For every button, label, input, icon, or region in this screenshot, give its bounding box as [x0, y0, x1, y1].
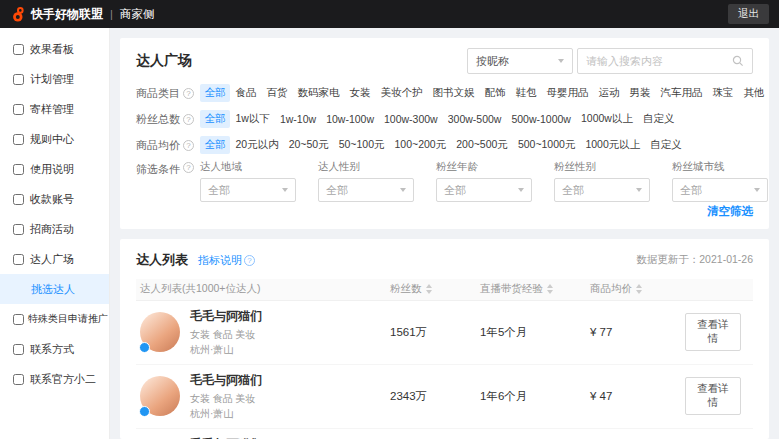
sidebar-item[interactable]: 规则中心	[0, 124, 109, 154]
filter-option[interactable]: 配饰	[480, 84, 510, 102]
sidebar-item-label: 联系方式	[30, 342, 74, 357]
filter-option[interactable]: 500~1000元	[513, 136, 580, 154]
talent-location: 杭州·萧山	[190, 406, 262, 421]
filter-select[interactable]: 全部	[200, 178, 296, 202]
sidebar-item-label: 效果看板	[30, 42, 74, 57]
filter-option[interactable]: 1000w以上	[576, 110, 637, 128]
data-updated-label: 数据更新于：2021-01-26	[636, 253, 753, 267]
filter-option[interactable]: 20~50元	[284, 136, 333, 154]
brand: 快手好物联盟 | 商家侧	[10, 6, 154, 23]
metric-explain-link[interactable]: 指标说明	[198, 253, 255, 268]
filter-option[interactable]: 其他	[739, 84, 769, 102]
special-category-icon	[13, 314, 24, 325]
fans-count: 1561万	[390, 325, 480, 340]
filter-option[interactable]: 1000元以上	[581, 136, 645, 154]
filter-option[interactable]: 全部	[200, 84, 230, 102]
filter-option[interactable]: 食品	[231, 84, 261, 102]
filter-option[interactable]: 汽车用品	[656, 84, 707, 102]
sidebar-item[interactable]: 挑选达人	[0, 274, 109, 304]
chevron-down-icon	[636, 188, 642, 192]
filter-option[interactable]: 自定义	[638, 110, 679, 128]
filter-option[interactable]: 100~200元	[390, 136, 451, 154]
sort-fans-icon[interactable]	[426, 284, 432, 294]
filter-option[interactable]: 百货	[262, 84, 292, 102]
filter-option[interactable]: 200~500元	[452, 136, 513, 154]
payment-account-icon	[13, 194, 24, 205]
filter-option[interactable]: 运动	[594, 84, 624, 102]
logout-button[interactable]: 退出	[728, 4, 769, 24]
filter-select-group: 粉丝性别 全部	[554, 160, 650, 202]
live-experience: 1年6个月	[480, 389, 590, 404]
filter-select[interactable]: 全部	[436, 178, 532, 202]
filter-option[interactable]: 1w以下	[231, 110, 274, 128]
filter-row: 粉丝总数 全部1w以下1w-10w10w-100w100w-300w300w-5…	[136, 108, 753, 130]
filter-option[interactable]: 500w-1000w	[507, 111, 576, 127]
sidebar-item[interactable]: 计划管理	[0, 64, 109, 94]
fans-count: 2343万	[390, 389, 480, 404]
filter-option[interactable]: 300w-500w	[443, 111, 506, 127]
sidebar-item[interactable]: 收款账号	[0, 184, 109, 214]
talent-list-card: 达人列表 指标说明 数据更新于：2021-01-26 达人列表(共1000+位达…	[120, 239, 769, 439]
search-type-select[interactable]: 按昵称	[467, 48, 573, 74]
sidebar-item[interactable]: 招商活动	[0, 214, 109, 244]
filter-option[interactable]: 图书文娱	[428, 84, 479, 102]
sidebar-item[interactable]: 联系方式	[0, 334, 109, 364]
filter-option[interactable]: 珠宝	[708, 84, 738, 102]
filter-select[interactable]: 全部	[672, 178, 768, 202]
filter-option[interactable]: 10w-100w	[322, 111, 379, 127]
sidebar-item[interactable]: 效果看板	[0, 34, 109, 64]
filter-option[interactable]: 1w-10w	[275, 111, 320, 127]
filter-option[interactable]: 全部	[200, 110, 230, 128]
filter-option[interactable]: 数码家电	[293, 84, 344, 102]
filter-option[interactable]: 鞋包	[511, 84, 541, 102]
filter-option[interactable]: 母婴用品	[542, 84, 593, 102]
sort-price-icon[interactable]	[636, 284, 642, 294]
sort-experience-icon[interactable]	[547, 284, 553, 294]
view-details-button[interactable]: 查看详情	[685, 313, 741, 351]
filter-select-group: 达人地域 全部	[200, 160, 296, 202]
sidebar-item[interactable]: 寄样管理	[0, 94, 109, 124]
sample-icon	[13, 104, 24, 115]
chevron-down-icon	[518, 188, 524, 192]
sidebar-item[interactable]: 特殊类目申请推广	[0, 304, 109, 334]
main-content: 达人广场 按昵称 商品类目	[110, 28, 779, 439]
search-input[interactable]	[586, 55, 726, 67]
talent-tags: 女装 食品 美妆	[190, 327, 262, 342]
campaign-icon	[13, 224, 24, 235]
filter-option[interactable]: 美妆个护	[376, 84, 427, 102]
sidebar-item-label: 寄样管理	[30, 102, 74, 117]
view-details-button[interactable]: 查看详情	[685, 377, 741, 415]
filter-label: 筛选条件	[136, 162, 180, 177]
talent-name: 毛毛与阿猫们	[190, 372, 262, 389]
filter-select[interactable]: 全部	[318, 178, 414, 202]
official-support-icon	[13, 374, 24, 385]
talent-plaza-icon	[13, 254, 24, 265]
sidebar-item[interactable]: 达人广场	[0, 244, 109, 274]
filter-row: 商品均价 全部20元以内20~50元50~100元100~200元200~500…	[136, 134, 753, 156]
table-header: 达人列表(共1000+位达人) 粉丝数 直播带货经验 商品均价	[136, 279, 753, 301]
sidebar-item-label: 特殊类目申请推广	[28, 312, 108, 326]
filter-option[interactable]: 50~100元	[334, 136, 389, 154]
filter-options: 全部食品百货数码家电女装美妆个护图书文娱配饰鞋包母婴用品运动男装汽车用品珠宝其他	[200, 84, 770, 102]
filter-option[interactable]: 全部	[200, 136, 230, 154]
filter-option[interactable]: 女装	[345, 84, 375, 102]
sidebar-item[interactable]: 使用说明	[0, 154, 109, 184]
sidebar-item-label: 使用说明	[30, 162, 74, 177]
filter-option[interactable]: 20元以内	[231, 136, 283, 154]
select-label: 粉丝性别	[554, 160, 650, 174]
filter-option[interactable]: 100w-300w	[380, 111, 443, 127]
sidebar-item-label: 达人广场	[30, 252, 74, 267]
filter-option[interactable]: 男装	[625, 84, 655, 102]
clear-filters-link[interactable]: 清空筛选	[707, 204, 753, 219]
filter-options: 全部1w以下1w-10w10w-100w100w-300w300w-500w50…	[200, 110, 680, 128]
search-bar: 按昵称	[467, 48, 753, 74]
filter-select[interactable]: 全部	[554, 178, 650, 202]
sidebar-item[interactable]: 联系官方小二	[0, 364, 109, 394]
table-row: 毛毛与阿猫们 女装 食品 美妆 杭州·萧山 759万 2年0个月 ¥ 67 查看…	[136, 429, 753, 439]
filter-label: 商品类目	[136, 86, 180, 101]
select-label: 达人性别	[318, 160, 414, 174]
filter-option[interactable]: 自定义	[646, 136, 687, 154]
sidebar-item-label: 招商活动	[30, 222, 74, 237]
column-fans: 粉丝数	[390, 282, 480, 296]
topbar: 快手好物联盟 | 商家侧 退出	[0, 0, 779, 28]
